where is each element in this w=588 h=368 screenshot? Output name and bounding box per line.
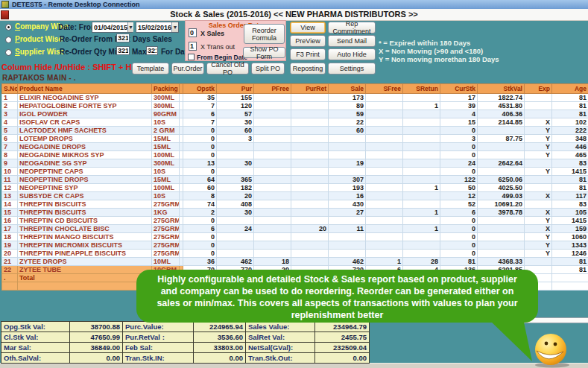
stock-sales-grid[interactable]: S.NoProduct NamePackingOpstkPurPFreePurR… <box>1 83 588 291</box>
table-row[interactable]: 7NEOGADINE DROPS15ML00Y446 <box>2 143 588 151</box>
rdp-icon <box>1 1 9 8</box>
page-title: Stock & Sales (2015-2016) << NEW PHARMA … <box>0 10 588 19</box>
table-row[interactable]: 14THREPTIN BISCUITS275GRM744084305210691… <box>2 200 588 209</box>
summary-panel: Opg.Stk Val:38700.88Purc.Value:224965.94… <box>1 321 370 364</box>
column-header[interactable]: Opstk <box>183 84 217 94</box>
qty-min-input[interactable] <box>116 46 130 55</box>
column-hide-hint: Column Hide /UnHide : SHIFT + H <box>1 63 131 72</box>
summary-label: NetSal(GVal): <box>246 343 315 353</box>
summary-value: 38700.88 <box>70 322 123 332</box>
preview-button[interactable]: PreView <box>290 35 326 47</box>
column-header[interactable]: Packing <box>152 84 180 94</box>
date-to-combobox[interactable]: 15/02/2016 ▼ <box>136 22 179 33</box>
table-row[interactable]: 11NEOPEPTINE DROPS15ML643653071226250.06… <box>2 176 588 184</box>
from-begin-date-checkbox[interactable] <box>188 54 195 60</box>
settings-button[interactable]: Settings <box>328 63 376 74</box>
rep-commitment-button[interactable]: Rep Commitment <box>328 22 376 34</box>
column-header[interactable]: StkVal <box>478 84 525 94</box>
callout-text: Highly configurable and detailed Stock &… <box>148 273 526 321</box>
from-begin-date-label: From Begin Date <box>197 54 247 61</box>
legend-expired: * = Expired within 180 Days <box>379 39 470 47</box>
reorder-formula-button[interactable]: Reorder Formula <box>244 24 285 44</box>
summary-value: 47650.99 <box>70 332 123 343</box>
table-row[interactable]: 19THREPTIN MICROMIX BISCUITS275GRM00Y134… <box>2 241 588 250</box>
table-row[interactable]: 3IGOL POWDER90GRM657594406.3681 <box>2 110 588 118</box>
x-sales-input[interactable] <box>189 28 197 37</box>
table-row[interactable]: 15THREPTIN BISCUITS1KG23027163978.78X105 <box>2 209 588 217</box>
radio-company-wise[interactable] <box>5 24 12 31</box>
table-row[interactable]: 13SUBSYDE CR CAPS10S8201612499.03X117 <box>2 192 588 200</box>
table-row[interactable]: 17THREPTIN CHOCLATE BISC275GRM624201110X… <box>2 225 588 233</box>
table-row[interactable]: 9NEOGADINE SG SYP300ML133019242642.6483 <box>2 159 588 168</box>
chevron-down-icon[interactable]: ▼ <box>171 22 178 32</box>
stock-table-body: 1ELIXIR NEOGADINE SYP300ML35155173171822… <box>2 94 588 291</box>
radio-supplier-wise-label: Supplier Wise <box>15 48 64 56</box>
column-header[interactable]: SFree <box>366 84 403 94</box>
radio-supplier-wise[interactable] <box>5 49 12 56</box>
table-row[interactable]: 8NEOGADINE MIKROS SYP100ML00Y465 <box>2 151 588 159</box>
table-row[interactable]: 20THREPTIN PINEAPPLE BISCUITS275GRM00Y12… <box>2 250 588 258</box>
window-title: DETEST5 - Remote Desktop Connection <box>12 1 140 8</box>
table-row[interactable]: 1ELIXIR NEOGADINE SYP300ML35155173171822… <box>2 94 588 102</box>
table-row[interactable]: 5LACTODEX HMF SACHETS2 GRM060600Y222 <box>2 127 588 135</box>
cancel-old-po-button[interactable]: Cancel Old PO <box>206 63 249 74</box>
radio-product-wise[interactable] <box>5 37 12 43</box>
max-input[interactable] <box>146 46 158 55</box>
table-row[interactable]: 18THREPTIN MANGO BISCUITS275GRM00Y1060 <box>2 233 588 241</box>
summary-label: Tran.Stk.Out: <box>246 353 315 364</box>
summary-value: 36849.00 <box>70 343 123 353</box>
column-header[interactable]: Product Name <box>18 84 152 94</box>
window-titlebar[interactable]: DETEST5 - Remote Desktop Connection <box>0 0 588 9</box>
summary-value: 0.00 <box>315 353 370 364</box>
show-po-form-button[interactable]: Show PO Form <box>243 47 285 58</box>
x-trans-input[interactable] <box>189 42 197 51</box>
remote-desktop-window: DETEST5 - Remote Desktop Connection Stoc… <box>0 0 588 368</box>
summary-label: Oth.SalVal: <box>1 353 70 364</box>
reorder-last-input[interactable] <box>116 34 130 42</box>
date-to-value: 15/02/2016 <box>136 24 171 31</box>
summary-value: 33803.00 <box>194 343 246 353</box>
table-row[interactable]: 10NEOPEPTINE CAPS10S00Y1415 <box>2 168 588 176</box>
chevron-down-icon[interactable]: ▼ <box>127 22 133 32</box>
summary-label: Sales Value: <box>246 322 315 332</box>
summary-value: 0.00 <box>194 353 246 364</box>
f3-print-button[interactable]: F3 Print <box>290 48 326 60</box>
table-row[interactable]: 12NEOPEPTINE SYP100ML601821931504025.508… <box>2 184 588 192</box>
reposting-button[interactable]: Reposting <box>290 63 326 74</box>
column-header[interactable]: PFree <box>254 84 291 94</box>
column-header[interactable]: CurStk <box>440 84 478 94</box>
summary-value: 3536.60 <box>194 332 246 343</box>
split-po-button[interactable]: Split PO <box>251 63 285 74</box>
send-mail-button[interactable]: Send Mail <box>328 35 376 47</box>
table-row[interactable]: 6LOTEMP DROPS15ML03387.75Y348 <box>2 135 588 143</box>
table-row[interactable]: 21ZYTEE DROPS10ML3646218462128814368.338… <box>2 258 588 266</box>
column-header[interactable]: SRetun <box>403 84 440 94</box>
table-row[interactable]: 4ISOFLAV CR CAPS10S73022152144.85X102 <box>2 118 588 127</box>
smiley-icon <box>528 333 577 368</box>
column-header[interactable]: Age <box>552 84 588 94</box>
column-header[interactable]: Pur <box>217 84 254 94</box>
date-from-combobox[interactable]: 01/04/2015 ▼ <box>92 22 133 33</box>
auto-hide-button[interactable]: Auto Hide <box>328 48 376 60</box>
summary-value: 2455.75 <box>315 332 370 343</box>
radio-product-wise-label: Product Wise <box>15 35 63 43</box>
x-sales-label: X Sales <box>200 30 224 37</box>
summary-label: Cl.Stk Val: <box>1 332 70 343</box>
view-button[interactable]: View <box>290 22 326 34</box>
column-header[interactable]: S.No <box>2 84 18 94</box>
column-header[interactable]: PurRet <box>291 84 329 94</box>
pur-order-button[interactable]: Pur.Order <box>171 63 204 74</box>
date-from-value: 01/04/2015 <box>92 24 127 31</box>
column-header[interactable]: Exp <box>525 84 552 94</box>
summary-label: Feb Sal: <box>123 343 194 353</box>
summary-value: 234964.79 <box>315 322 370 332</box>
grid-header-row: S.NoProduct NamePackingOpstkPurPFreePurR… <box>2 84 588 94</box>
template-button[interactable]: Template <box>132 63 169 74</box>
summary-label: Purc.Value: <box>123 322 194 332</box>
callout-bubble: Highly configurable and detailed Stock &… <box>136 270 538 323</box>
summary-label: Opg.Stk Val: <box>1 322 70 332</box>
legend-non-moving-y: Y = Non moving morethan 180 Days <box>379 55 499 63</box>
column-header[interactable]: Sale <box>329 84 366 94</box>
table-row[interactable]: 2HEPATOGLOBINE FORTE SYP300ML71208913945… <box>2 102 588 110</box>
table-row[interactable]: 16THREPTIN CD BISCUITS275GRM00Y1415 <box>2 217 588 225</box>
